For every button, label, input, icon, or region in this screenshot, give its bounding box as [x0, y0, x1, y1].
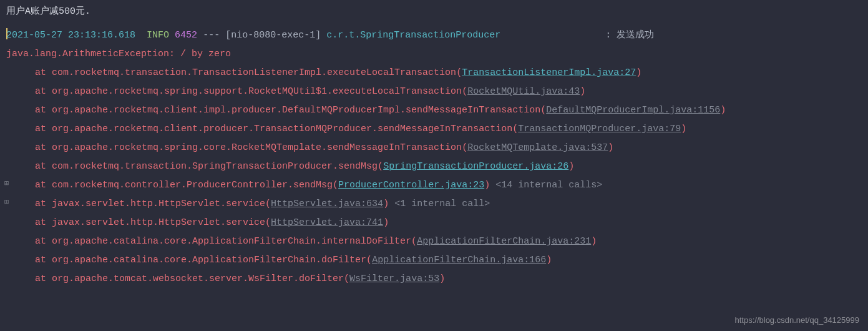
- stack-method: com.rocketmq.transaction.SpringTransacti…: [52, 161, 378, 172]
- stack-method: org.apache.catalina.core.ApplicationFilt…: [52, 255, 366, 265]
- log-message: 发送成功: [617, 30, 654, 41]
- stacktrace-line: ⊞at com.rocketmq.controller.ProducerCont…: [6, 176, 862, 195]
- stack-method: org.apache.rocketmq.client.producer.Tran…: [52, 124, 512, 134]
- stack-paren-open: (: [333, 180, 338, 190]
- stack-paren-close: ): [439, 274, 445, 284]
- stack-source-link[interactable]: HttpServlet.java:741: [271, 217, 383, 228]
- stack-paren-close: ): [608, 142, 613, 153]
- stack-at-keyword: at: [35, 180, 52, 190]
- stack-method: org.apache.catalina.core.ApplicationFilt…: [52, 236, 411, 247]
- stack-at-keyword: at: [35, 217, 52, 228]
- stacktrace-line: at com.rocketmq.transaction.SpringTransa…: [6, 157, 862, 176]
- stack-paren-close: ): [580, 86, 585, 97]
- stack-at-keyword: at: [35, 161, 52, 172]
- stack-source-link[interactable]: DefaultMQProducerImpl.java:1156: [546, 105, 720, 116]
- fold-toggle-icon[interactable]: ⊞: [4, 178, 9, 190]
- app-output-line: 用户A账户减500元.: [6, 2, 862, 21]
- stack-paren-open: (: [456, 67, 462, 78]
- stacktrace-line: at org.apache.tomcat.websocket.server.Ws…: [6, 270, 862, 289]
- stack-source-link[interactable]: SpringTransactionProducer.java:26: [383, 161, 568, 172]
- stack-at-keyword: at: [35, 255, 52, 265]
- stack-source-link[interactable]: TransactionMQProducer.java:79: [518, 124, 681, 134]
- stack-paren-open: (: [462, 142, 467, 153]
- stack-paren-close: ): [484, 180, 490, 190]
- app-output-text: 用户A账户减500元.: [6, 6, 90, 17]
- stack-paren-close: ): [546, 255, 552, 265]
- stack-at-keyword: at: [35, 236, 52, 247]
- stacktrace-line: at org.apache.rocketmq.spring.core.Rocke…: [6, 139, 862, 157]
- stack-at-keyword: at: [35, 274, 52, 284]
- stack-source-link[interactable]: TransactionListenerImpl.java:27: [462, 67, 636, 78]
- exception-line: java.lang.ArithmeticException: / by zero: [6, 45, 862, 64]
- stack-source-link[interactable]: RocketMQUtil.java:43: [467, 86, 580, 97]
- stack-source-link[interactable]: HttpServlet.java:634: [271, 199, 383, 209]
- stack-method: javax.servlet.http.HttpServlet.service: [52, 217, 265, 228]
- stacktrace-line: at com.rocketmq.transaction.TransactionL…: [6, 64, 862, 82]
- stack-at-keyword: at: [35, 86, 52, 97]
- stack-at-keyword: at: [35, 142, 52, 153]
- stack-source-link[interactable]: ProducerController.java:23: [338, 180, 484, 190]
- log-thread: [nio-8080-exec-1]: [225, 30, 321, 41]
- stack-paren-open: (: [462, 86, 467, 97]
- stack-method: org.apache.rocketmq.spring.core.RocketMQ…: [52, 142, 462, 153]
- stack-paren-open: (: [344, 274, 349, 284]
- stack-method: org.apache.rocketmq.client.impl.producer…: [52, 105, 540, 116]
- stack-paren-open: (: [512, 124, 518, 134]
- stack-paren-close: ): [720, 105, 726, 116]
- stack-paren-open: (: [265, 217, 271, 228]
- stack-at-keyword: at: [35, 124, 52, 134]
- stack-paren-open: (: [265, 199, 271, 209]
- watermark: https://blog.csdn.net/qq_34125999: [735, 314, 860, 327]
- stack-method: com.rocketmq.transaction.TransactionList…: [52, 67, 456, 78]
- log-pid: 6452: [175, 30, 197, 41]
- stack-paren-close: ): [568, 161, 574, 172]
- stack-paren-close: ): [591, 236, 597, 247]
- log-separator-dash: ---: [203, 30, 220, 41]
- stacktrace-line: at org.apache.catalina.core.ApplicationF…: [6, 251, 862, 270]
- stack-paren-open: (: [411, 236, 417, 247]
- stack-source-link[interactable]: ApplicationFilterChain.java:231: [417, 236, 591, 247]
- stack-paren-close: ): [636, 67, 641, 78]
- stack-internal-calls: <14 internal calls>: [490, 180, 602, 190]
- stack-at-keyword: at: [35, 67, 52, 78]
- stack-paren-open: (: [366, 255, 372, 265]
- stack-paren-open: (: [540, 105, 546, 116]
- stacktrace-line: at javax.servlet.http.HttpServlet.servic…: [6, 214, 862, 232]
- stack-source-link[interactable]: ApplicationFilterChain.java:166: [372, 255, 546, 265]
- log-timestamp: 2021-05-27 23:13:16.618: [6, 30, 135, 41]
- exception-text: java.lang.ArithmeticException: / by zero: [6, 49, 231, 59]
- stack-paren-close: ): [681, 124, 686, 134]
- stacktrace-line: at org.apache.catalina.core.ApplicationF…: [6, 232, 862, 251]
- log-colon: :: [605, 30, 611, 41]
- log-level: INFO: [147, 30, 169, 41]
- stack-method: com.rocketmq.controller.ProducerControll…: [52, 180, 333, 190]
- log-line: 2021-05-27 23:13:16.618 INFO 6452 --- [n…: [6, 26, 862, 45]
- stacktrace-line: ⊞at javax.servlet.http.HttpServlet.servi…: [6, 195, 862, 214]
- stacktrace-line: at org.apache.rocketmq.client.impl.produ…: [6, 101, 862, 120]
- log-logger: c.r.t.SpringTransactionProducer: [326, 30, 500, 41]
- stack-source-link[interactable]: WsFilter.java:53: [349, 274, 439, 284]
- stacktrace-line: at org.apache.rocketmq.spring.support.Ro…: [6, 82, 862, 101]
- stack-method: javax.servlet.http.HttpServlet.service: [52, 199, 265, 209]
- stack-method: org.apache.rocketmq.spring.support.Rocke…: [52, 86, 462, 97]
- stack-internal-calls: <1 internal call>: [389, 199, 490, 209]
- stack-source-link[interactable]: RocketMQTemplate.java:537: [467, 142, 608, 153]
- stacktrace-line: at org.apache.rocketmq.client.producer.T…: [6, 120, 862, 139]
- stack-paren-close: ): [383, 217, 389, 228]
- stack-at-keyword: at: [35, 105, 52, 116]
- stack-paren-open: (: [378, 161, 383, 172]
- stack-paren-close: ): [383, 199, 389, 209]
- stack-at-keyword: at: [35, 199, 52, 209]
- fold-toggle-icon[interactable]: ⊞: [4, 197, 9, 209]
- stack-method: org.apache.tomcat.websocket.server.WsFil…: [52, 274, 344, 284]
